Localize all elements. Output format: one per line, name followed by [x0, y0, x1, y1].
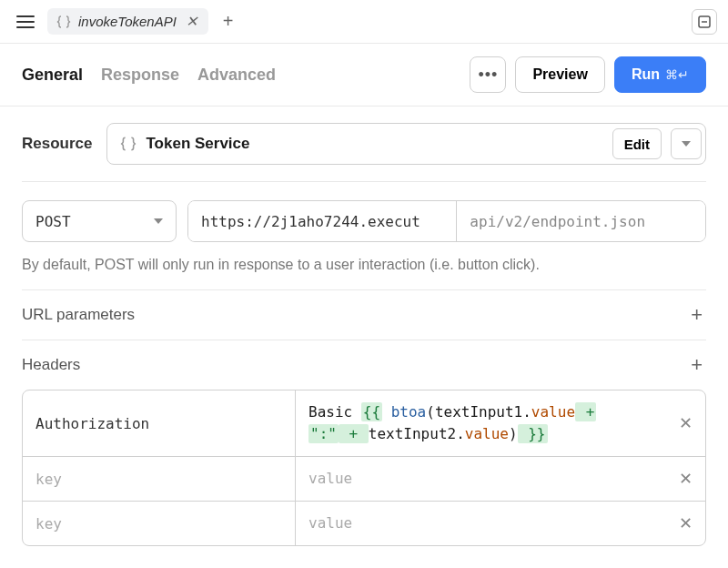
run-label: Run	[632, 66, 660, 83]
add-tab-button[interactable]: +	[216, 7, 241, 36]
method-value: POST	[35, 213, 71, 230]
headers-title: Headers	[22, 356, 80, 374]
header-value-input[interactable]: value	[296, 457, 665, 501]
resource-select[interactable]: Token Service Edit	[106, 123, 706, 165]
edit-resource-button[interactable]: Edit	[612, 128, 662, 159]
more-button[interactable]: •••	[470, 56, 506, 93]
table-row: key value ✕	[23, 502, 705, 545]
headers-table: Authorization Basic {{ btoa(textInput1.v…	[22, 390, 706, 546]
braces-icon	[120, 136, 136, 152]
header-value-input[interactable]: Basic {{ btoa(textInput1.value + ":" + t…	[296, 390, 665, 456]
close-icon[interactable]: ✕	[184, 15, 199, 29]
chevron-down-icon	[682, 141, 691, 147]
tab-name: invokeTokenAPI	[78, 14, 177, 29]
braces-icon	[56, 15, 71, 29]
menu-button[interactable]	[11, 10, 40, 34]
run-shortcut: ⌘↵	[665, 67, 689, 82]
url-input[interactable]	[188, 201, 457, 241]
url-suffix: api/v2/endpoint.json	[457, 201, 705, 241]
tab-general[interactable]: General	[22, 66, 83, 85]
url-params-title: URL parameters	[22, 306, 135, 324]
resource-name: Token Service	[146, 135, 602, 153]
run-button[interactable]: Run ⌘↵	[614, 56, 706, 93]
delete-row-button[interactable]: ✕	[665, 390, 705, 456]
header-key-input[interactable]: Authorization	[23, 390, 296, 456]
chevron-down-icon	[154, 218, 163, 224]
header-value-input[interactable]: value	[296, 502, 665, 545]
query-tab[interactable]: invokeTokenAPI ✕	[47, 8, 208, 35]
header-key-input[interactable]: key	[23, 457, 296, 501]
delete-row-button[interactable]: ✕	[665, 457, 705, 501]
table-row: key value ✕	[23, 457, 705, 502]
tab-response[interactable]: Response	[101, 66, 179, 85]
collapse-button[interactable]	[692, 9, 717, 35]
method-hint: By default, POST will only run in respon…	[22, 257, 706, 290]
resource-dropdown-button[interactable]	[671, 128, 702, 159]
tab-advanced[interactable]: Advanced	[197, 66, 276, 85]
delete-row-button[interactable]: ✕	[665, 502, 705, 545]
table-row: Authorization Basic {{ btoa(textInput1.v…	[23, 390, 705, 457]
preview-button[interactable]: Preview	[515, 56, 604, 93]
resource-label: Resource	[22, 135, 92, 153]
add-header-button[interactable]: +	[687, 355, 706, 375]
method-select[interactable]: POST	[22, 200, 177, 242]
header-key-input[interactable]: key	[23, 502, 296, 545]
add-url-param-button[interactable]: +	[687, 305, 706, 325]
